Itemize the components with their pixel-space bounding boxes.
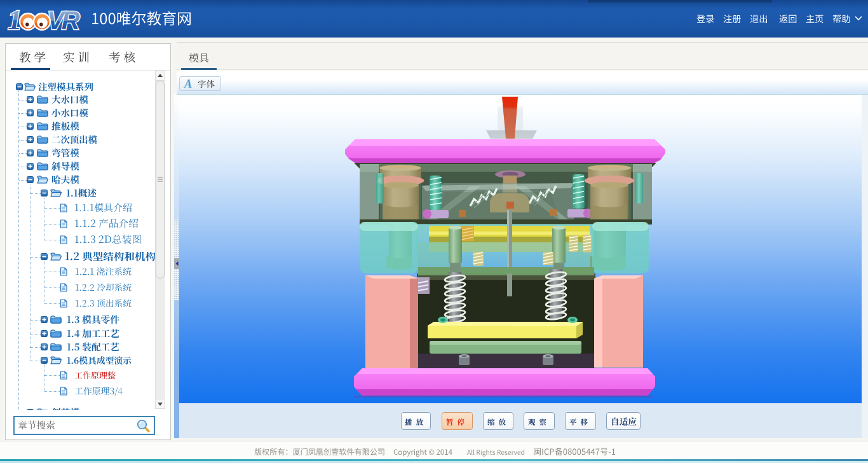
svg-text:VR: VR	[47, 6, 80, 33]
svg-text:A: A	[184, 78, 192, 90]
